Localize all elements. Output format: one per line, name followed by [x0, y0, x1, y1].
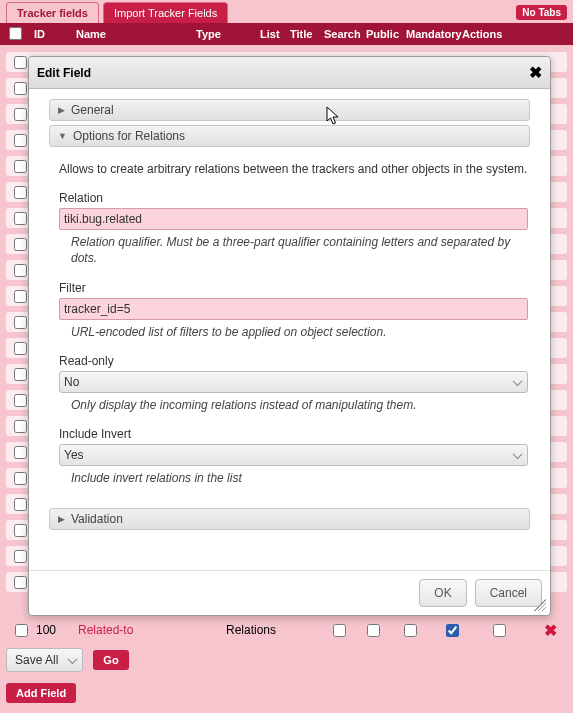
save-all-dropdown[interactable]: Save All [6, 648, 83, 672]
add-field-button[interactable]: Add Field [6, 683, 76, 703]
resize-handle[interactable] [534, 599, 546, 611]
row-checkbox[interactable] [14, 342, 27, 355]
invert-hint: Include invert relations in the list [71, 470, 528, 486]
close-icon[interactable]: ✖ [529, 63, 542, 82]
readonly-select[interactable]: No [59, 371, 528, 393]
row-checkbox[interactable] [14, 108, 27, 121]
filter-label: Filter [59, 281, 528, 295]
no-tabs-button[interactable]: No Tabs [516, 5, 567, 20]
row-title-checkbox[interactable] [367, 624, 380, 637]
col-type: Type [192, 24, 256, 44]
row-checkbox[interactable] [14, 56, 27, 69]
options-description: Allows to create arbitrary relations bet… [59, 161, 528, 177]
row-checkbox[interactable] [14, 576, 27, 589]
section-options-content: Allows to create arbitrary relations bet… [49, 151, 530, 508]
cancel-button[interactable]: Cancel [475, 579, 542, 607]
row-name-link[interactable]: Related-to [78, 623, 226, 637]
relation-input[interactable] [59, 208, 528, 230]
row-search-checkbox[interactable] [404, 624, 417, 637]
col-public: Public [362, 24, 402, 44]
row-checkbox[interactable] [14, 524, 27, 537]
section-options-label: Options for Relations [73, 129, 185, 143]
section-validation[interactable]: ▶ Validation [49, 508, 530, 530]
edit-field-modal: Edit Field ✖ ▶ General ▼ Options for Rel… [28, 56, 551, 616]
col-search: Search [320, 24, 362, 44]
row-mandatory-checkbox[interactable] [493, 624, 506, 637]
col-name: Name [72, 24, 192, 44]
col-id: ID [30, 24, 72, 44]
row-checkbox[interactable] [15, 624, 28, 637]
readonly-label: Read-only [59, 354, 528, 368]
section-options[interactable]: ▼ Options for Relations [49, 125, 530, 147]
table-header: ID Name Type List Title Search Public Ma… [0, 23, 573, 45]
row-checkbox[interactable] [14, 316, 27, 329]
ok-button[interactable]: OK [419, 579, 466, 607]
table-row: 100 Related-to Relations ✖ [6, 619, 567, 641]
col-mandatory: Mandatory [402, 24, 458, 44]
row-checkbox[interactable] [14, 446, 27, 459]
row-checkbox[interactable] [14, 264, 27, 277]
relation-hint: Relation qualifier. Must be a three-part… [71, 234, 528, 266]
relation-label: Relation [59, 191, 528, 205]
row-checkbox[interactable] [14, 420, 27, 433]
row-checkbox[interactable] [14, 394, 27, 407]
row-checkbox[interactable] [14, 134, 27, 147]
chevron-down-icon: ▼ [58, 131, 67, 141]
row-checkbox[interactable] [14, 212, 27, 225]
delete-icon[interactable]: ✖ [544, 621, 567, 640]
col-actions: Actions [458, 24, 573, 44]
row-id: 100 [36, 623, 78, 637]
go-button[interactable]: Go [93, 650, 128, 670]
chevron-right-icon: ▶ [58, 105, 65, 115]
row-checkbox[interactable] [14, 498, 27, 511]
tab-tracker-fields[interactable]: Tracker fields [6, 2, 99, 23]
readonly-hint: Only display the incoming relations inst… [71, 397, 528, 413]
col-list: List [256, 24, 286, 44]
row-public-checkbox[interactable] [446, 624, 459, 637]
section-validation-label: Validation [71, 512, 123, 526]
row-checkbox[interactable] [14, 186, 27, 199]
select-all-checkbox[interactable] [9, 27, 22, 40]
chevron-right-icon: ▶ [58, 514, 65, 524]
row-checkbox[interactable] [14, 550, 27, 563]
row-list-checkbox[interactable] [333, 624, 346, 637]
section-general[interactable]: ▶ General [49, 99, 530, 121]
invert-select[interactable]: Yes [59, 444, 528, 466]
row-checkbox[interactable] [14, 160, 27, 173]
row-checkbox[interactable] [14, 368, 27, 381]
row-checkbox[interactable] [14, 82, 27, 95]
row-checkbox[interactable] [14, 238, 27, 251]
row-checkbox[interactable] [14, 472, 27, 485]
filter-input[interactable] [59, 298, 528, 320]
col-title: Title [286, 24, 320, 44]
modal-title: Edit Field [37, 66, 91, 80]
invert-label: Include Invert [59, 427, 528, 441]
row-type: Relations [226, 623, 322, 637]
filter-hint: URL-encoded list of filters to be applie… [71, 324, 528, 340]
section-general-label: General [71, 103, 114, 117]
row-checkbox[interactable] [14, 290, 27, 303]
tab-import-tracker-fields[interactable]: Import Tracker Fields [103, 2, 228, 23]
